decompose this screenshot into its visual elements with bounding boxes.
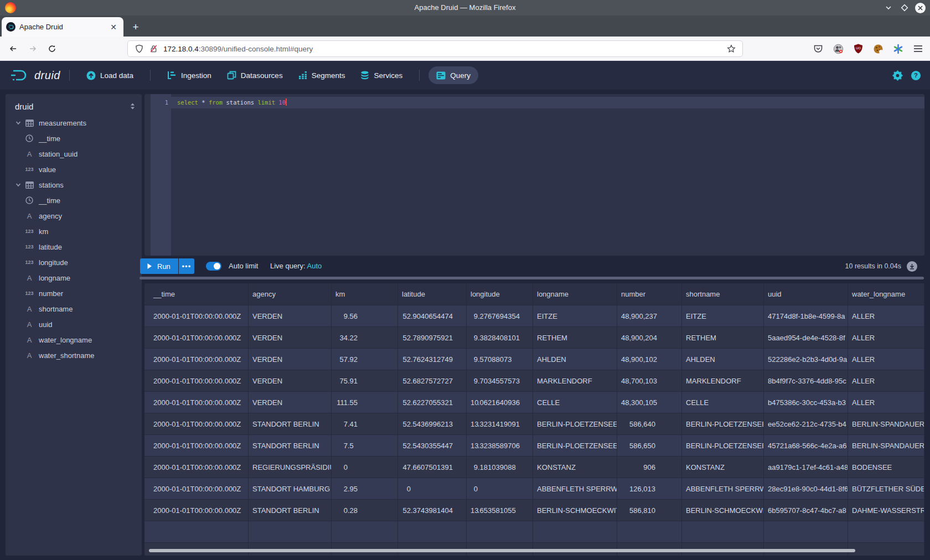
tree-item-stations[interactable]: stations bbox=[6, 177, 142, 193]
tree-item-longname[interactable]: Alongname bbox=[6, 270, 142, 286]
table-cell[interactable]: ALLER bbox=[848, 305, 924, 327]
menu-icon[interactable] bbox=[912, 43, 923, 54]
nav-item-datasources[interactable]: Datasources bbox=[219, 66, 291, 84]
profile-icon[interactable] bbox=[833, 43, 844, 54]
table-cell[interactable]: 52.7624312749 bbox=[398, 349, 467, 370]
window-close-button[interactable] bbox=[915, 3, 926, 13]
column-header-km[interactable]: km bbox=[332, 283, 398, 305]
table-cell[interactable]: 8b4f9f7c-3376-4dd8-95c bbox=[764, 370, 848, 392]
table-cell[interactable]: 45721a68-566c-4e2a-a6 bbox=[764, 435, 848, 457]
table-cell[interactable]: ALLER bbox=[848, 392, 924, 413]
column-header-longname[interactable]: longname bbox=[533, 283, 617, 305]
table-cell[interactable]: 586,640 bbox=[617, 413, 682, 435]
tree-item-uuid[interactable]: Auuid bbox=[6, 317, 142, 332]
tree-item-water_longname[interactable]: Awater_longname bbox=[6, 332, 142, 348]
table-cell[interactable] bbox=[682, 521, 764, 543]
table-cell[interactable]: BODENSEE bbox=[848, 457, 924, 478]
tree-item-agency[interactable]: Aagency bbox=[6, 208, 142, 224]
bookmark-star-icon[interactable] bbox=[726, 43, 737, 54]
table-cell[interactable]: 13.653581055 bbox=[467, 500, 533, 521]
table-cell[interactable]: 52.7890975921 bbox=[398, 327, 467, 349]
table-cell[interactable]: 9.56 bbox=[332, 305, 398, 327]
table-cell[interactable]: RETHEM bbox=[533, 327, 617, 349]
table-cell[interactable]: aa9179c1-17ef-4c61-a48 bbox=[764, 457, 848, 478]
tree-item-station_uuid[interactable]: Astation_uuid bbox=[6, 146, 142, 162]
tree-item-water_shortname[interactable]: Awater_shortname bbox=[6, 348, 142, 363]
table-cell[interactable]: 52.3743981404 bbox=[398, 500, 467, 521]
druid-logo[interactable]: druid bbox=[10, 69, 60, 82]
table-cell[interactable]: b475386c-30cc-453a-b3 bbox=[764, 392, 848, 413]
pane-divider[interactable] bbox=[140, 277, 924, 279]
table-cell[interactable]: 0 bbox=[467, 478, 533, 500]
table-cell[interactable]: 48,900,204 bbox=[617, 327, 682, 349]
table-cell[interactable]: 2000-01-01T00:00:00.000Z bbox=[144, 413, 249, 435]
column-header-latitude[interactable]: latitude bbox=[398, 283, 467, 305]
table-cell[interactable]: CELLE bbox=[533, 392, 617, 413]
table-cell[interactable] bbox=[332, 521, 398, 543]
table-cell[interactable]: 34.22 bbox=[332, 327, 398, 349]
ublock-icon[interactable]: UO bbox=[852, 43, 864, 54]
table-cell[interactable]: BERLIN-SCHMOECKWITZ bbox=[682, 500, 764, 521]
table-cell[interactable]: 13.3231419091 bbox=[467, 413, 533, 435]
column-header-water_longname[interactable]: water_longname bbox=[848, 283, 924, 305]
table-cell[interactable]: 47.6607501391 bbox=[398, 457, 467, 478]
browser-tab[interactable]: Apache Druid ✕ bbox=[2, 17, 123, 37]
table-cell[interactable]: BERLIN-PLOETZENSEE C bbox=[533, 413, 617, 435]
nav-item-services[interactable]: Services bbox=[353, 66, 410, 84]
table-cell[interactable] bbox=[848, 543, 924, 556]
table-cell[interactable]: 57.92 bbox=[332, 349, 398, 370]
tree-item-measurements[interactable]: measurements bbox=[6, 115, 142, 131]
table-cell[interactable]: BERLIN-SPANDAUER-S bbox=[848, 435, 924, 457]
nav-item-ingestion[interactable]: Ingestion bbox=[159, 66, 219, 84]
table-cell[interactable]: EITZE bbox=[682, 305, 764, 327]
help-icon[interactable]: ? bbox=[911, 70, 921, 81]
table-cell[interactable]: 111.55 bbox=[332, 392, 398, 413]
table-cell[interactable]: 0.28 bbox=[332, 500, 398, 521]
table-cell[interactable] bbox=[144, 521, 249, 543]
tree-item-latitude[interactable]: 123latitude bbox=[6, 239, 142, 255]
table-cell[interactable]: 48,300,105 bbox=[617, 392, 682, 413]
table-cell[interactable]: 522286e2-b2b3-4d0d-9a bbox=[764, 349, 848, 370]
table-cell[interactable]: 2000-01-01T00:00:00.000Z bbox=[144, 392, 249, 413]
table-cell[interactable]: KONSTANZ bbox=[682, 457, 764, 478]
table-cell[interactable]: 5aaed954-de4e-4528-8f bbox=[764, 327, 848, 349]
window-minimize-button[interactable] bbox=[883, 2, 894, 13]
table-cell[interactable]: BERLIN-PLOETZENSEE U bbox=[682, 435, 764, 457]
tree-item-number[interactable]: 123number bbox=[6, 286, 142, 301]
nav-item-load-data[interactable]: Load data bbox=[79, 66, 141, 84]
query-editor[interactable]: 1 select * from stations limit 10 bbox=[144, 94, 924, 256]
shield-icon[interactable] bbox=[133, 43, 144, 54]
table-cell[interactable]: STANDORT HAMBURG bbox=[249, 478, 332, 500]
table-cell[interactable]: BERLIN-SPANDAUER-S bbox=[848, 413, 924, 435]
table-cell[interactable]: 13.3238589706 bbox=[467, 435, 533, 457]
table-cell[interactable]: ABBENFLETH SPERRWER bbox=[533, 478, 617, 500]
table-cell[interactable]: 2000-01-01T00:00:00.000Z bbox=[144, 305, 249, 327]
lock-insecure-icon[interactable] bbox=[148, 43, 159, 54]
tree-item-longitude[interactable]: 123longitude bbox=[6, 255, 142, 270]
table-cell[interactable]: VERDEN bbox=[249, 305, 332, 327]
table-cell[interactable]: STANDORT BERLIN bbox=[249, 435, 332, 457]
table-cell[interactable] bbox=[617, 521, 682, 543]
tree-item-km[interactable]: 123km bbox=[6, 224, 142, 239]
pocket-icon[interactable] bbox=[813, 43, 824, 54]
table-cell[interactable]: 586,810 bbox=[617, 500, 682, 521]
table-cell[interactable]: BÜTZFLETHER SÜDERE bbox=[848, 478, 924, 500]
table-cell[interactable]: VERDEN bbox=[249, 349, 332, 370]
tree-item-value[interactable]: 123value bbox=[6, 162, 142, 177]
table-cell[interactable] bbox=[467, 521, 533, 543]
cookie-icon[interactable] bbox=[872, 43, 884, 54]
table-cell[interactable]: 9.2767694354 bbox=[467, 305, 533, 327]
window-maximize-button[interactable] bbox=[899, 2, 910, 13]
table-cell[interactable]: 7.5 bbox=[332, 435, 398, 457]
table-cell[interactable]: 2000-01-01T00:00:00.000Z bbox=[144, 457, 249, 478]
sort-icon[interactable] bbox=[129, 102, 136, 110]
table-cell[interactable]: 48,900,102 bbox=[617, 349, 682, 370]
table-cell[interactable]: VERDEN bbox=[249, 392, 332, 413]
tree-item-__time[interactable]: __time bbox=[6, 131, 142, 146]
table-cell[interactable] bbox=[764, 521, 848, 543]
table-cell[interactable] bbox=[398, 521, 467, 543]
table-cell[interactable]: 9.3828408101 bbox=[467, 327, 533, 349]
table-cell[interactable]: 48,900,237 bbox=[617, 305, 682, 327]
table-cell[interactable]: 0 bbox=[332, 457, 398, 478]
table-cell[interactable]: BERLIN-SCHMOECKWITZ bbox=[533, 500, 617, 521]
